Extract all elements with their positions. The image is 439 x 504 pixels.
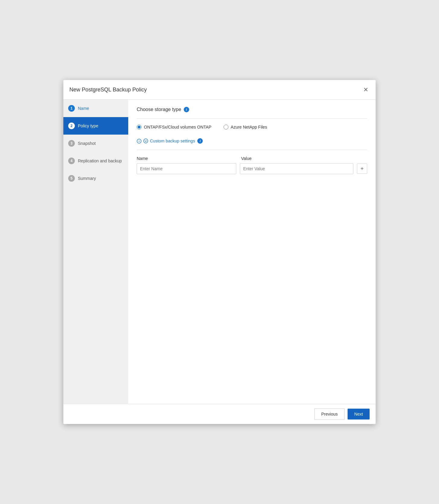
custom-backup-collapse-button[interactable]: ⨀︎ Custom backup settings: [137, 138, 195, 144]
step-badge-4: 4: [68, 158, 75, 164]
next-button[interactable]: Next: [348, 409, 370, 419]
storage-type-title: Choose storage type: [137, 107, 181, 112]
chevron-down-icon: ⨀︎: [137, 138, 142, 144]
step-badge-1: 1: [68, 105, 75, 112]
add-row-button[interactable]: +: [357, 164, 367, 174]
form-row: +: [137, 163, 367, 174]
radio-group: ONTAP/FSx/Cloud volumes ONTAP Azure NetA…: [137, 125, 367, 129]
modal-footer: Previous Next: [63, 404, 376, 424]
radio-input-azure[interactable]: [224, 125, 228, 129]
radio-option-ontap[interactable]: ONTAP/FSx/Cloud volumes ONTAP: [137, 125, 212, 129]
modal-header: New PostgreSQL Backup Policy ✕: [63, 80, 376, 100]
value-input[interactable]: [240, 163, 353, 174]
radio-label-azure: Azure NetApp Files: [231, 125, 267, 129]
sidebar-item-label-1: Name: [78, 106, 89, 111]
sidebar-item-snapshot[interactable]: 3 Snapshot: [63, 135, 128, 152]
name-input[interactable]: [137, 163, 236, 174]
svg-point-0: [144, 139, 148, 143]
sidebar-item-label-4: Replication and backup: [78, 158, 122, 163]
main-content: Choose storage type i ONTAP/FSx/Cloud vo…: [128, 100, 376, 404]
divider-1: [137, 118, 367, 119]
sidebar-item-replication[interactable]: 4 Replication and backup: [63, 152, 128, 170]
sidebar-item-label-5: Summary: [78, 176, 96, 181]
radio-label-ontap: ONTAP/FSx/Cloud volumes ONTAP: [144, 125, 212, 129]
custom-backup-label: Custom backup settings: [150, 139, 195, 143]
sidebar-item-policy-type[interactable]: 2 Policy type: [63, 117, 128, 135]
divider-2: [137, 150, 367, 150]
modal-body: 1 Name 2 Policy type 3 Snapshot 4 Replic…: [63, 100, 376, 404]
form-label-name: Name: [137, 156, 236, 161]
modal-title: New PostgreSQL Backup Policy: [69, 87, 147, 93]
step-badge-3: 3: [68, 140, 75, 147]
chevron-circle-icon: [143, 139, 148, 143]
close-button[interactable]: ✕: [362, 85, 370, 94]
sidebar: 1 Name 2 Policy type 3 Snapshot 4 Replic…: [63, 100, 128, 404]
custom-backup-section: ⨀︎ Custom backup settings i Name Value: [137, 138, 367, 174]
step-badge-2: 2: [68, 123, 75, 129]
sidebar-item-label-2: Policy type: [78, 123, 98, 128]
storage-type-section: Choose storage type i: [137, 107, 367, 112]
radio-option-azure[interactable]: Azure NetApp Files: [224, 125, 267, 129]
storage-type-info-icon[interactable]: i: [184, 107, 189, 112]
previous-button[interactable]: Previous: [314, 408, 345, 420]
custom-backup-header: ⨀︎ Custom backup settings i: [137, 138, 367, 144]
form-labels: Name Value: [137, 156, 367, 161]
form-label-value: Value: [241, 156, 367, 161]
radio-input-ontap[interactable]: [137, 125, 142, 129]
step-badge-5: 5: [68, 175, 75, 182]
sidebar-item-summary[interactable]: 5 Summary: [63, 170, 128, 187]
sidebar-item-name[interactable]: 1 Name: [63, 100, 128, 117]
sidebar-item-label-3: Snapshot: [78, 141, 96, 146]
modal: New PostgreSQL Backup Policy ✕ 1 Name 2 …: [63, 80, 376, 424]
custom-backup-info-icon[interactable]: i: [197, 138, 203, 144]
